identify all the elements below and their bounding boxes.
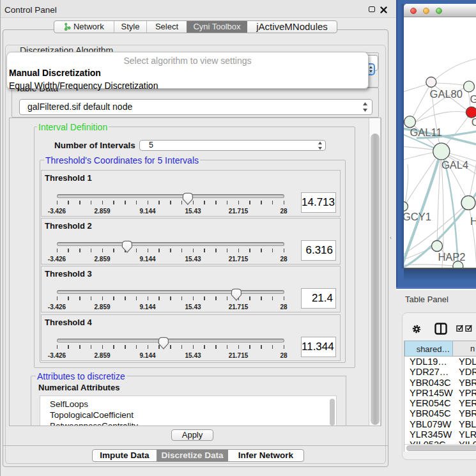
- svg-text:GAL80: GAL80: [430, 88, 463, 100]
- svg-text:HAP2: HAP2: [438, 251, 465, 263]
- svg-text:G.: G.: [470, 93, 476, 105]
- svg-text:GAL11: GAL11: [410, 127, 442, 138]
- svg-text:GCY1: GCY1: [404, 211, 431, 222]
- svg-text:H: H: [470, 215, 476, 227]
- svg-text:C: C: [472, 116, 476, 128]
- svg-text:GAL4: GAL4: [441, 159, 468, 171]
